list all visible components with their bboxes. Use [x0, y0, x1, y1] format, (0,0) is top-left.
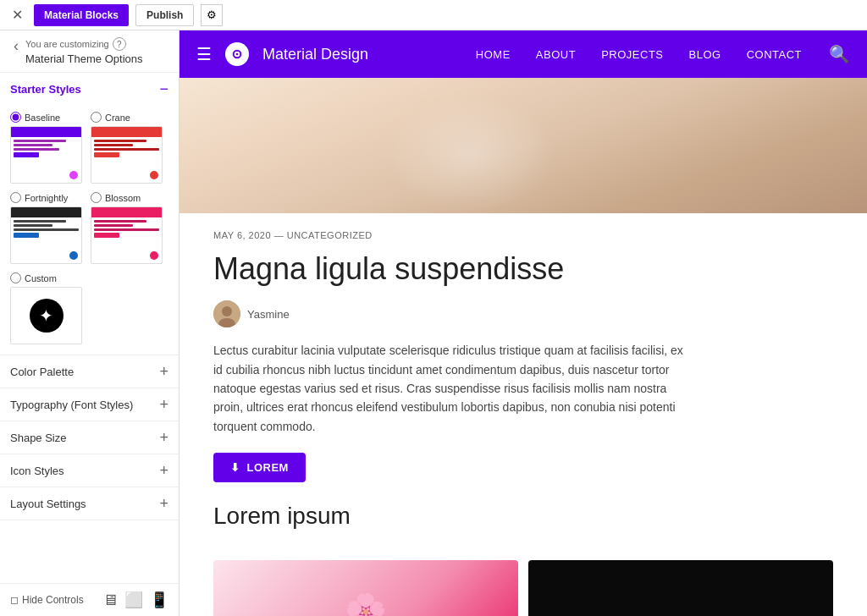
desktop-icon[interactable]: 🖥: [102, 591, 118, 609]
main-layout: ‹ You are customizing ? Material Theme O…: [0, 30, 867, 616]
style-option-custom: Custom ✦: [10, 272, 82, 344]
site-logo: [225, 42, 249, 66]
lorem-button-label: LOREM: [247, 461, 289, 474]
article-meta: MAY 6, 2020 — UNCATEGORIZED: [213, 230, 688, 240]
starter-styles-toggle: −: [159, 81, 168, 96]
site-nav: HOME ABOUT PROJECTS BLOG CONTACT: [476, 48, 802, 61]
icon-styles-header[interactable]: Icon Styles +: [0, 454, 179, 487]
top-bar: ✕ Material Blocks Publish ⚙: [0, 0, 867, 30]
style-row-3: Custom ✦: [10, 272, 168, 344]
color-palette-toggle: +: [159, 364, 168, 379]
close-button[interactable]: ✕: [7, 5, 27, 25]
style-row-1: Baseline: [10, 112, 168, 184]
svg-point-2: [236, 53, 239, 56]
svg-point-4: [222, 306, 232, 316]
color-palette-section: Color Palette +: [0, 355, 179, 388]
fortnightly-thumb[interactable]: [10, 206, 82, 264]
logo-svg: [230, 47, 244, 61]
layout-settings-title: Layout Settings: [10, 498, 86, 510]
icon-styles-title: Icon Styles: [10, 465, 64, 477]
custom-thumb[interactable]: ✦: [10, 287, 82, 344]
image-grid: [179, 560, 867, 616]
typography-title: Typography (Font Styles): [10, 399, 133, 411]
starter-styles-header[interactable]: Starter Styles −: [0, 73, 179, 105]
mobile-icon[interactable]: 📱: [150, 591, 168, 609]
cherry-blossom-image: [213, 560, 518, 616]
publish-button[interactable]: Publish: [135, 4, 194, 26]
sidebar-bottom: ◻ Hide Controls 🖥 ⬜ 📱: [0, 583, 179, 616]
article-title: Magna ligula suspendisse: [213, 250, 688, 287]
nav-contact[interactable]: CONTACT: [747, 48, 802, 61]
style-option-crane: Crane: [91, 112, 163, 184]
download-icon: ⬇: [230, 461, 240, 474]
baseline-thumb[interactable]: [10, 126, 82, 184]
hide-icon: ◻: [10, 594, 19, 606]
author-row: Yasmine: [213, 300, 688, 327]
shape-size-title: Shape Size: [10, 432, 67, 444]
color-palette-header[interactable]: Color Palette +: [0, 355, 179, 388]
search-icon[interactable]: 🔍: [829, 44, 850, 64]
style-option-blossom: Blossom: [91, 192, 163, 264]
info-icon[interactable]: ?: [113, 37, 126, 51]
blossom-label[interactable]: Blossom: [91, 192, 163, 203]
crane-thumb[interactable]: [91, 126, 163, 184]
avatar-svg: [213, 300, 240, 327]
style-option-fortnightly: Fortnightly: [10, 192, 82, 264]
style-options: Baseline: [10, 112, 168, 344]
custom-icon: ✦: [30, 299, 64, 333]
custom-radio[interactable]: [10, 272, 21, 283]
lorem-button[interactable]: ⬇ LOREM: [213, 453, 306, 482]
layout-settings-toggle: +: [159, 496, 168, 511]
author-name: Yasmine: [247, 308, 290, 321]
custom-label[interactable]: Custom: [10, 272, 82, 283]
avatar: [213, 300, 240, 327]
lorem-subtitle: Lorem ipsum: [213, 503, 688, 530]
blossom-thumb[interactable]: [91, 206, 163, 264]
fortnightly-label[interactable]: Fortnightly: [10, 192, 82, 203]
typography-toggle: +: [159, 397, 168, 412]
nav-home[interactable]: HOME: [476, 48, 511, 61]
crane-radio[interactable]: [91, 112, 102, 123]
sidebar-header: ‹ You are customizing ? Material Theme O…: [0, 30, 179, 73]
menu-icon[interactable]: ☰: [196, 44, 212, 64]
fortnightly-radio[interactable]: [10, 192, 21, 203]
nav-about[interactable]: ABOUT: [536, 48, 576, 61]
nav-projects[interactable]: PROJECTS: [601, 48, 663, 61]
site-header: ☰ Material Design HOME ABOUT PROJECTS BL…: [179, 30, 867, 78]
hide-controls-button[interactable]: ◻ Hide Controls: [10, 594, 84, 606]
layout-settings-header[interactable]: Layout Settings +: [0, 487, 179, 520]
starter-styles-content: Baseline: [0, 105, 179, 355]
tablet-icon[interactable]: ⬜: [124, 591, 143, 609]
icon-styles-section: Icon Styles +: [0, 454, 179, 487]
dark-flowers-image: [528, 560, 833, 616]
shape-size-section: Shape Size +: [0, 421, 179, 454]
theme-title: Material Theme Options: [25, 52, 143, 65]
style-row-2: Fortnightly: [10, 192, 168, 264]
back-button[interactable]: ‹: [10, 37, 22, 55]
sidebar: ‹ You are customizing ? Material Theme O…: [0, 30, 179, 616]
starter-styles-title: Starter Styles: [10, 83, 81, 96]
content-area: ☰ Material Design HOME ABOUT PROJECTS BL…: [179, 30, 867, 616]
layout-settings-section: Layout Settings +: [0, 487, 179, 520]
settings-button[interactable]: ⚙: [201, 4, 223, 26]
typography-section: Typography (Font Styles) +: [0, 388, 179, 421]
settings-icon: ⚙: [207, 8, 217, 21]
baseline-radio[interactable]: [10, 112, 21, 123]
baseline-label[interactable]: Baseline: [10, 112, 82, 123]
article: MAY 6, 2020 — UNCATEGORIZED Magna ligula…: [179, 213, 721, 560]
shape-size-toggle: +: [159, 430, 168, 445]
blossom-radio[interactable]: [91, 192, 102, 203]
site-brand: Material Design: [262, 46, 368, 63]
device-icons: 🖥 ⬜ 📱: [102, 591, 168, 609]
nav-blog[interactable]: BLOG: [689, 48, 721, 61]
starter-styles-section: Starter Styles − Baseline: [0, 73, 179, 355]
icon-styles-toggle: +: [159, 463, 168, 478]
typography-header[interactable]: Typography (Font Styles) +: [0, 388, 179, 421]
color-palette-title: Color Palette: [10, 366, 74, 378]
shape-size-header[interactable]: Shape Size +: [0, 421, 179, 454]
material-blocks-button[interactable]: Material Blocks: [34, 4, 129, 26]
crane-label[interactable]: Crane: [91, 112, 163, 123]
style-option-baseline: Baseline: [10, 112, 82, 184]
hero-image: [179, 78, 867, 213]
article-body: Lectus curabitur lacinia vulputate scele…: [213, 341, 688, 436]
